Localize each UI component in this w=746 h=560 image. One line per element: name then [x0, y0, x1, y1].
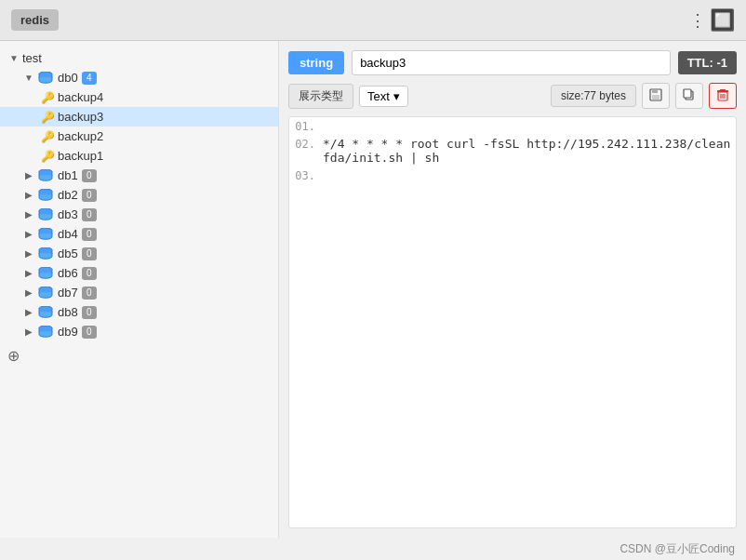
- copy-button[interactable]: [675, 83, 703, 109]
- db0-stack-icon: [37, 72, 54, 85]
- db0-count: 4: [82, 72, 97, 85]
- svg-rect-12: [652, 95, 659, 100]
- line-number: 03.: [289, 168, 323, 182]
- expand-arrow-db7: ▶: [22, 287, 35, 300]
- db9-stack-icon: [37, 326, 54, 339]
- ttl-badge: TTL: -1: [678, 51, 737, 74]
- db6-stack-icon: [37, 267, 54, 280]
- line-content: */4 * * * * root curl -fsSL http://195.2…: [323, 137, 736, 165]
- expand-arrow-db8: ▶: [22, 306, 35, 319]
- expand-arrow-db6: ▶: [22, 267, 35, 280]
- db5-count: 0: [82, 247, 97, 260]
- display-type-value: Text: [367, 89, 390, 103]
- db7-label: db7: [58, 286, 78, 300]
- db1-label: db1: [58, 168, 78, 182]
- display-type-select[interactable]: Text ▾: [359, 86, 408, 107]
- line-number: 01.: [289, 119, 323, 133]
- expand-arrow-db0: ▼: [22, 72, 35, 85]
- key-icon-backup1: 🔑: [41, 150, 54, 163]
- key-label-backup1: backup1: [58, 149, 103, 163]
- db-item-db9[interactable]: ▶ db9 0: [0, 322, 278, 341]
- display-type-label: 展示类型: [288, 84, 353, 109]
- right-panel: string TTL: -1 展示类型 Text ▾ size:77 bytes: [279, 41, 746, 538]
- add-connection-button[interactable]: ⊕: [0, 341, 278, 370]
- expand-arrow-db4: ▶: [22, 228, 35, 241]
- key-label-backup4: backup4: [58, 90, 103, 104]
- code-area: 01. 02. */4 * * * * root curl -fsSL http…: [288, 116, 737, 528]
- size-badge: size:77 bytes: [551, 85, 636, 107]
- db3-label: db3: [58, 207, 78, 221]
- db0-label: db0: [58, 71, 78, 85]
- db7-stack-icon: [37, 287, 54, 300]
- key-label-backup2: backup2: [58, 129, 103, 143]
- db8-stack-icon: [37, 306, 54, 319]
- db2-label: db2: [58, 188, 78, 202]
- db6-label: db6: [58, 266, 78, 280]
- svg-rect-11: [652, 89, 658, 93]
- db4-label: db4: [58, 227, 78, 241]
- redis-connection-label[interactable]: redis: [11, 9, 59, 31]
- db-item-db4[interactable]: ▶ db4 0: [0, 224, 278, 244]
- db-item-db2[interactable]: ▶ db2 0: [0, 185, 278, 205]
- db2-stack-icon: [37, 189, 54, 202]
- db3-stack-icon: [37, 208, 54, 221]
- db3-count: 0: [82, 208, 97, 221]
- db-item-db3[interactable]: ▶ db3 0: [0, 205, 278, 224]
- code-line: 01.: [289, 117, 736, 135]
- db-item-db0[interactable]: ▼ db0 4: [0, 68, 278, 87]
- key-label-backup3: backup3: [58, 110, 103, 124]
- db6-count: 0: [82, 267, 97, 280]
- db5-label: db5: [58, 247, 78, 260]
- copy-icon: [683, 88, 696, 104]
- db5-stack-icon: [37, 247, 54, 260]
- main-content: ▼ test ▼ db0 4 🔑 backup4 🔑 backup3: [0, 41, 746, 538]
- key-backup2[interactable]: 🔑 backup2: [0, 127, 278, 146]
- key-backup4[interactable]: 🔑 backup4: [0, 87, 278, 107]
- plus-circle-icon: ⊕: [7, 347, 20, 365]
- db1-stack-icon: [37, 169, 54, 182]
- db9-label: db9: [58, 325, 78, 339]
- chevron-down-icon: ▾: [393, 89, 400, 103]
- dots-icon: ⋮: [689, 10, 706, 31]
- db-item-db8[interactable]: ▶ db8 0: [0, 302, 278, 322]
- key-icon-backup3: 🔑: [41, 111, 54, 124]
- watermark-text: CSDN @豆小匠Coding: [619, 541, 735, 557]
- db-item-db6[interactable]: ▶ db6 0: [0, 263, 278, 283]
- redis-logo-icon: 🔲: [710, 8, 735, 33]
- expand-arrow-db2: ▶: [22, 189, 35, 202]
- db1-count: 0: [82, 169, 97, 182]
- top-bar: redis ⋮ 🔲: [0, 0, 746, 41]
- connection-root[interactable]: ▼ test: [0, 48, 278, 68]
- db4-stack-icon: [37, 228, 54, 241]
- db9-count: 0: [82, 326, 97, 339]
- svg-rect-20: [720, 89, 726, 91]
- db4-count: 0: [82, 228, 97, 241]
- key-icon-backup4: 🔑: [41, 91, 54, 104]
- delete-button[interactable]: [709, 83, 737, 109]
- line-number: 02.: [289, 137, 323, 151]
- bottom-bar: CSDN @豆小匠Coding: [0, 538, 746, 560]
- expand-arrow-db5: ▶: [22, 247, 35, 260]
- db-item-db1[interactable]: ▶ db1 0: [0, 166, 278, 185]
- delete-icon: [716, 88, 729, 104]
- toolbar-row: 展示类型 Text ▾ size:77 bytes: [288, 83, 737, 109]
- db8-label: db8: [58, 305, 78, 319]
- db8-count: 0: [82, 306, 97, 319]
- key-name-input[interactable]: [352, 50, 671, 75]
- save-button[interactable]: [642, 83, 670, 109]
- key-backup1[interactable]: 🔑 backup1: [0, 146, 278, 166]
- db-item-db7[interactable]: ▶ db7 0: [0, 283, 278, 302]
- db-item-db5[interactable]: ▶ db5 0: [0, 244, 278, 263]
- key-backup3[interactable]: 🔑 backup3: [0, 107, 278, 127]
- top-menu-icon[interactable]: ⋮ 🔲: [689, 8, 735, 33]
- connection-label: test: [22, 51, 42, 65]
- db2-count: 0: [82, 189, 97, 202]
- left-panel: ▼ test ▼ db0 4 🔑 backup4 🔑 backup3: [0, 41, 279, 538]
- expand-arrow-test: ▼: [7, 52, 20, 65]
- key-header: string TTL: -1: [288, 50, 737, 75]
- db7-count: 0: [82, 287, 97, 300]
- svg-rect-14: [684, 89, 691, 98]
- expand-arrow-db9: ▶: [22, 326, 35, 339]
- expand-arrow-db1: ▶: [22, 169, 35, 182]
- save-icon: [649, 88, 662, 104]
